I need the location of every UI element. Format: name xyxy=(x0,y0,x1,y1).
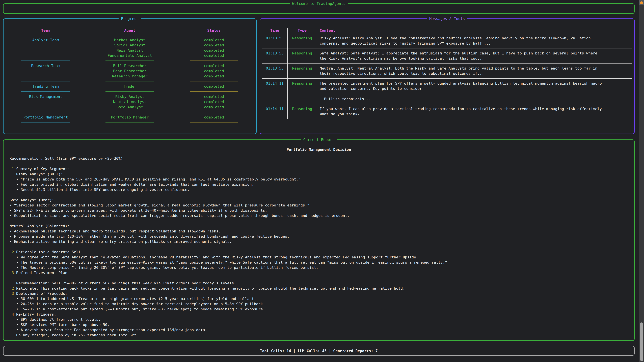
agent-cell: Trader xyxy=(88,84,172,89)
status-cell: completed xyxy=(172,104,256,110)
message-content: The presented investment plan for SPY of… xyxy=(317,81,602,102)
scrollbar-thumb[interactable] xyxy=(640,323,643,361)
agent-cell: Neutral Analyst xyxy=(88,99,172,104)
scrollbar-track[interactable] xyxy=(639,0,644,362)
message-row: 01:14:11ReasoningIf you want, I can also… xyxy=(262,104,632,119)
group-divider-line xyxy=(190,91,238,92)
list-number: 2 xyxy=(12,250,14,254)
message-content-line: Neutral Analyst: Neutral Analyst: Both t… xyxy=(320,66,598,71)
list-number: 4 xyxy=(12,312,14,317)
message-time: 01:13:53 xyxy=(262,35,287,46)
status-cell: completed xyxy=(172,94,256,99)
messages-panel-title: Messages & Tools xyxy=(427,16,467,21)
report-line: 3 Deployment of Proceeds: xyxy=(10,291,634,296)
report-line: • 50–60% into laddered U.S. Treasuries o… xyxy=(10,296,634,301)
progress-panel-title: Progress xyxy=(118,16,141,21)
report-line: • 20–25% in cash or a stable-value fund … xyxy=(10,301,634,307)
group-divider-line xyxy=(106,81,154,81)
team-cell xyxy=(4,68,88,73)
group-divider-line xyxy=(106,112,154,112)
report-line: • Emphasize active monitoring and clear … xyxy=(10,239,634,244)
group-divider-cell xyxy=(88,122,172,122)
message-row: 01:13:53ReasoningNeutral Analyst: Neutra… xyxy=(262,63,632,78)
report-line xyxy=(10,161,634,166)
progress-row: News Analystcompleted xyxy=(4,48,256,53)
group-divider-line xyxy=(21,91,70,92)
team-cell xyxy=(4,53,88,58)
group-divider-cell xyxy=(4,112,88,112)
group-divider-line xyxy=(190,60,238,61)
terminal-screen: Welcome to TradingAgents Progress Team A… xyxy=(0,0,644,362)
report-line xyxy=(10,275,634,281)
report-line: • Fed cuts priced in, global disinflatio… xyxy=(10,182,634,187)
message-time: 01:13:53 xyxy=(262,66,287,76)
progress-row: Research TeamBull Researchercompleted xyxy=(4,63,256,68)
report-line: • SPY declines 7% from current levels. xyxy=(10,317,634,322)
group-divider-line xyxy=(21,112,70,112)
status-cell: completed xyxy=(172,68,256,73)
list-number: 2 xyxy=(12,286,14,291)
report-panel-title: Current Report xyxy=(301,137,336,142)
progress-row: Social Analystcompleted xyxy=(4,42,256,48)
orange-dot-icon xyxy=(640,1,643,4)
column-header-team: Team xyxy=(4,28,88,33)
team-cell: Analyst Team xyxy=(4,37,88,42)
agent-cell: Research Manager xyxy=(88,73,172,79)
message-content: If you want, I can also provide a tactic… xyxy=(317,106,604,117)
group-divider-cell xyxy=(4,81,88,81)
status-cell: completed xyxy=(172,115,256,120)
message-content-line xyxy=(320,91,602,96)
agent-cell: Risky Analyst xyxy=(88,94,172,99)
agent-cell: Social Analyst xyxy=(88,42,172,48)
messages-panel: Messages & Tools Time Type Content 01:13… xyxy=(260,18,634,134)
progress-row: Neutral Analystcompleted xyxy=(4,99,256,104)
report-line: • S&P services PMI turns back up above 5… xyxy=(10,322,634,327)
status-cell: completed xyxy=(172,99,256,104)
team-cell: Trading Team xyxy=(4,84,88,89)
status-cell: completed xyxy=(172,53,256,58)
column-header-agent: Agent xyxy=(88,28,172,33)
report-line: 1 Summary of Key Arguments xyxy=(10,166,634,171)
group-divider-cell xyxy=(4,91,88,92)
report-line: • We agree with the Safe Analyst that “e… xyxy=(10,255,634,260)
report-line: • The Neutral compromise—“trimming 20–30… xyxy=(10,265,634,270)
message-content-line: Risky Analyst: Risky Analyst: I see the … xyxy=(320,35,591,41)
progress-row: Bear Researchercompleted xyxy=(4,68,256,73)
progress-table-header: Team Agent Status xyxy=(4,28,256,33)
message-row: 01:13:53ReasoningRisky Analyst: Risky An… xyxy=(262,33,632,48)
group-divider-cell xyxy=(4,122,88,122)
group-divider xyxy=(4,91,256,92)
group-divider-line xyxy=(190,81,238,81)
agent-cell: Fundamentals Analyst xyxy=(88,53,172,58)
progress-row: Analyst TeamMarket Analystcompleted xyxy=(4,37,256,42)
status-cell: completed xyxy=(172,63,256,68)
progress-row: Risk ManagementRisky Analystcompleted xyxy=(4,94,256,99)
group-divider-cell xyxy=(88,112,172,112)
row-separator xyxy=(262,119,632,119)
report-line xyxy=(10,218,634,223)
group-divider-line xyxy=(106,122,154,122)
message-content-line: The presented investment plan for SPY of… xyxy=(320,81,602,86)
message-content-line: the Risky Analyst’s optimism may be over… xyxy=(320,56,598,61)
progress-row: Fundamentals Analystcompleted xyxy=(4,53,256,58)
report-line: 2 Rationale for a Moderate Sell xyxy=(10,249,634,255)
agent-cell: Safe Analyst xyxy=(88,104,172,110)
group-divider-cell xyxy=(88,60,172,61)
report-line: • Recent $2.3 billion inflows into SPY u… xyxy=(10,187,634,192)
group-divider-cell xyxy=(88,81,172,81)
progress-row: Safe Analystcompleted xyxy=(4,104,256,110)
message-content-line: their respective directions, which could… xyxy=(320,71,598,76)
message-time: 01:13:53 xyxy=(262,51,287,61)
scroll-top-button[interactable] xyxy=(639,0,644,5)
agent-cell: Market Analyst xyxy=(88,37,172,42)
list-number: 3 xyxy=(12,271,14,275)
column-header-type: Type xyxy=(287,28,317,33)
message-content: Neutral Analyst: Neutral Analyst: Both t… xyxy=(317,66,598,76)
messages-table-body: 01:13:53ReasoningRisky Analyst: Risky An… xyxy=(262,33,632,119)
column-divider xyxy=(287,28,288,119)
group-divider-line xyxy=(106,91,154,92)
message-time: 01:14:11 xyxy=(262,106,287,117)
report-line: 1 Recommendation: Sell 25–30% of current… xyxy=(10,281,634,286)
report-line: • “Services sector contraction and slowi… xyxy=(10,203,634,208)
report-line xyxy=(10,244,634,249)
